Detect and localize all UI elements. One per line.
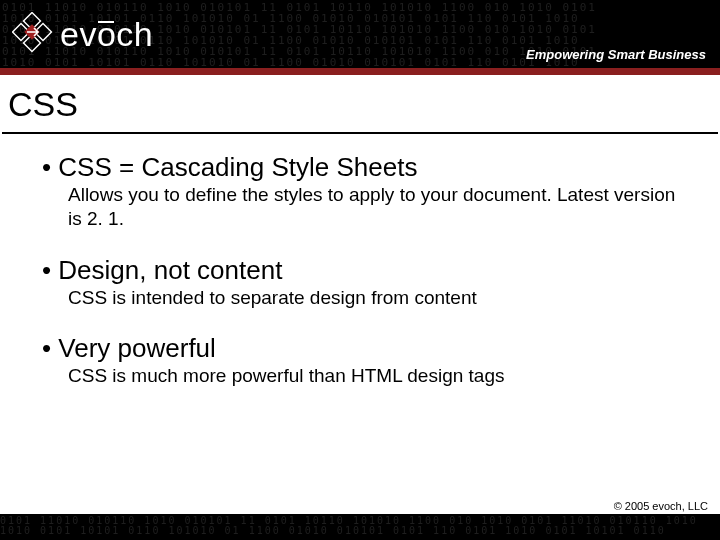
footer-binary-texture: 0101 11010 010110 1010 010101 11 0101 10… (0, 516, 720, 540)
bullet-heading: • Design, not content (42, 255, 690, 286)
slide-content: • CSS = Cascading Style Sheets Allows yo… (0, 134, 720, 398)
brand-tagline: Empowering Smart Business (526, 47, 706, 62)
bullet-heading: • Very powerful (42, 333, 690, 364)
footer-bar: 0101 11010 010110 1010 010101 11 0101 10… (0, 516, 720, 540)
brand-logo: evoch (12, 12, 153, 56)
bullet-body: CSS is intended to separate design from … (68, 286, 690, 310)
bullet-body: Allows you to define the styles to apply… (68, 183, 690, 231)
copyright-text: © 2005 evoch, LLC (614, 500, 708, 512)
bullet-body: CSS is much more powerful than HTML desi… (68, 364, 690, 388)
title-area: CSS (2, 75, 718, 134)
diamond-arrow-icon (12, 12, 56, 56)
slide-footer: © 2005 evoch, LLC 0101 11010 010110 1010… (0, 496, 720, 540)
brand-name: evoch (60, 15, 153, 54)
slide-title: CSS (8, 85, 712, 124)
slide-header: 0101 11010 010110 1010 010101 11 0101 10… (0, 0, 720, 68)
bullet-heading: • CSS = Cascading Style Sheets (42, 152, 690, 183)
header-accent-bar (0, 68, 720, 75)
